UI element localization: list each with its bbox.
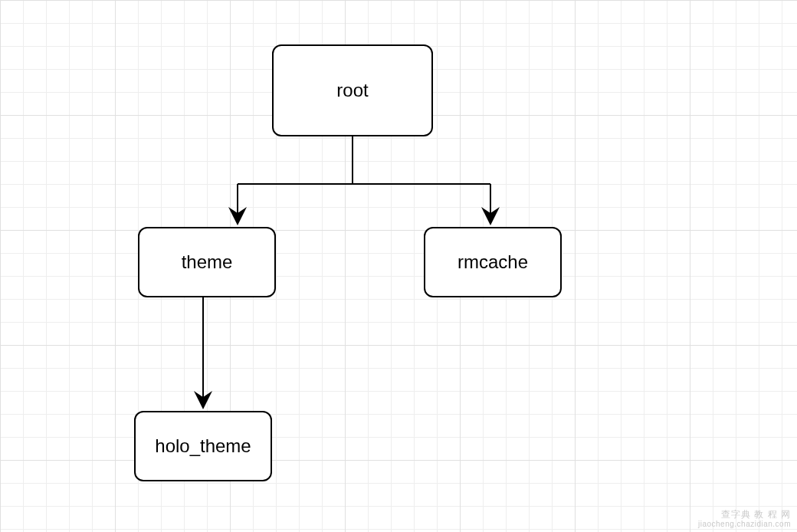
watermark-line2: jiaocheng.chazidian.com xyxy=(698,520,791,529)
node-rmcache-label: rmcache xyxy=(458,251,528,273)
watermark: 查字典 教 程 网 jiaocheng.chazidian.com xyxy=(698,509,791,529)
node-rmcache[interactable]: rmcache xyxy=(424,227,562,297)
node-holo-theme[interactable]: holo_theme xyxy=(134,411,272,481)
node-theme[interactable]: theme xyxy=(138,227,276,297)
node-root-label: root xyxy=(336,80,368,101)
watermark-line1: 查字典 教 程 网 xyxy=(698,509,791,520)
node-root[interactable]: root xyxy=(272,44,433,136)
node-holo-theme-label: holo_theme xyxy=(155,435,251,457)
node-theme-label: theme xyxy=(182,251,233,273)
